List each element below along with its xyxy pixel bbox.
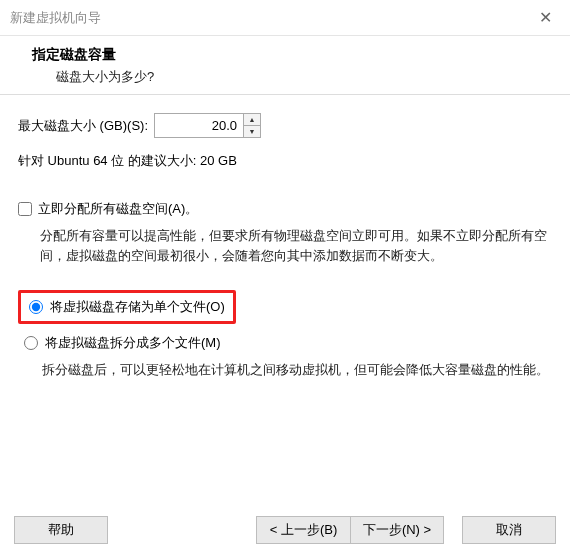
- cancel-button[interactable]: 取消: [462, 516, 556, 544]
- spinner-arrows: ▲ ▼: [243, 114, 260, 137]
- split-files-label: 将虚拟磁盘拆分成多个文件(M): [45, 334, 221, 352]
- split-files-desc: 拆分磁盘后，可以更轻松地在计算机之间移动虚拟机，但可能会降低大容量磁盘的性能。: [42, 360, 552, 380]
- titlebar: 新建虚拟机向导 ✕: [0, 0, 570, 36]
- disk-file-radio-group: 将虚拟磁盘存储为单个文件(O) 将虚拟磁盘拆分成多个文件(M) 拆分磁盘后，可以…: [18, 290, 552, 380]
- help-button[interactable]: 帮助: [14, 516, 108, 544]
- wizard-content: 最大磁盘大小 (GB)(S): ▲ ▼ 针对 Ubuntu 64 位 的建议大小…: [0, 95, 570, 380]
- allocate-now-checkbox[interactable]: [18, 202, 32, 216]
- store-single-file-label: 将虚拟磁盘存储为单个文件(O): [50, 298, 225, 316]
- nav-button-group: < 上一步(B) 下一步(N) >: [256, 516, 444, 544]
- store-single-file-radio[interactable]: [29, 300, 43, 314]
- disk-size-row: 最大磁盘大小 (GB)(S): ▲ ▼: [18, 113, 552, 138]
- store-single-file-row[interactable]: 将虚拟磁盘存储为单个文件(O): [29, 298, 225, 316]
- back-button[interactable]: < 上一步(B): [256, 516, 350, 544]
- spinner-down-icon[interactable]: ▼: [244, 126, 260, 137]
- disk-size-spinner[interactable]: ▲ ▼: [154, 113, 261, 138]
- allocate-now-label: 立即分配所有磁盘空间(A)。: [38, 200, 198, 218]
- wizard-footer: 帮助 < 上一步(B) 下一步(N) > 取消: [0, 508, 570, 552]
- page-subtitle: 磁盘大小为多少?: [56, 68, 550, 86]
- disk-size-label: 最大磁盘大小 (GB)(S):: [18, 117, 148, 135]
- wizard-header: 指定磁盘容量 磁盘大小为多少?: [0, 36, 570, 95]
- window-title: 新建虚拟机向导: [10, 9, 101, 27]
- split-files-row[interactable]: 将虚拟磁盘拆分成多个文件(M): [18, 330, 552, 356]
- recommended-size-label: 针对 Ubuntu 64 位 的建议大小: 20 GB: [18, 152, 552, 170]
- page-title: 指定磁盘容量: [32, 46, 550, 64]
- split-files-radio[interactable]: [24, 336, 38, 350]
- highlight-box: 将虚拟磁盘存储为单个文件(O): [18, 290, 236, 324]
- spinner-up-icon[interactable]: ▲: [244, 114, 260, 126]
- allocate-now-checkbox-row[interactable]: 立即分配所有磁盘空间(A)。: [18, 200, 552, 218]
- close-icon[interactable]: ✕: [530, 8, 560, 27]
- disk-size-input[interactable]: [155, 114, 243, 137]
- allocate-now-desc: 分配所有容量可以提高性能，但要求所有物理磁盘空间立即可用。如果不立即分配所有空间…: [40, 226, 552, 266]
- next-button[interactable]: 下一步(N) >: [350, 516, 444, 544]
